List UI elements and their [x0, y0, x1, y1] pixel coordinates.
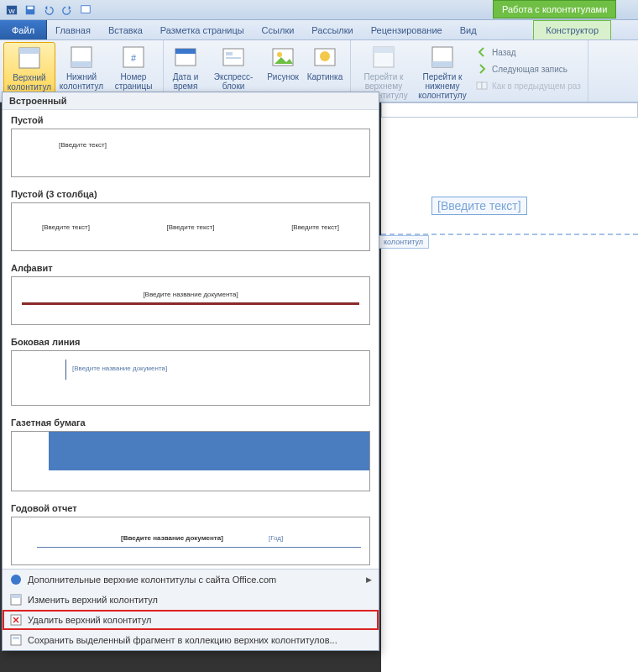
svg-rect-30 [11, 635, 21, 645]
tab-designer[interactable]: Конструктор [533, 20, 611, 39]
submenu-arrow-icon: ▶ [366, 575, 372, 584]
svg-rect-23 [432, 61, 452, 67]
svg-point-19 [320, 51, 330, 61]
preview-divider-line [22, 302, 359, 305]
nav-next-button[interactable]: Следующая запись [475, 60, 581, 77]
gallery-item-preview-annual[interactable]: [Введите название документа] [Год] [11, 517, 370, 565]
svg-point-26 [11, 575, 21, 585]
header-label: Верхний колонтитул [4, 73, 55, 92]
header-button[interactable]: Верхний колонтитул [3, 42, 55, 94]
document-canvas[interactable]: [Введите текст] колонтитул [381, 118, 638, 672]
svg-text:#: # [131, 53, 137, 63]
footer-icon [68, 44, 95, 71]
gallery-item-label: Газетная бумага [3, 412, 379, 431]
svg-rect-24 [477, 82, 482, 89]
quickparts-label: Экспресс-блоки [204, 72, 263, 91]
goto-footer-button[interactable]: Перейти к нижнему колонтитулу [413, 42, 472, 102]
gallery-save-selection[interactable]: Сохранить выделенный фрагмент в коллекци… [3, 630, 379, 650]
nav-next-label: Следующая запись [492, 65, 567, 74]
gallery-item-preview-alphabet[interactable]: [Введите название документа] [11, 276, 370, 325]
preview-side-bar [65, 360, 66, 380]
preview-placeholder: [Введите текст] [167, 223, 215, 231]
gallery-footer-menu: Дополнительные верхние колонтитулы с сай… [3, 569, 379, 650]
horizontal-ruler[interactable] [381, 102, 638, 118]
preview-placeholder: [Введите название документа] [143, 291, 238, 298]
ribbon-nav-links: Назад Следующая запись Как в предыдущем … [472, 42, 584, 102]
nav-back-button[interactable]: Назад [475, 44, 581, 60]
gallery-item-preview-blank[interactable]: [Введите текст] [11, 129, 370, 177]
save-selection-icon [9, 633, 23, 647]
tab-pagelayout[interactable]: Разметка страницы [152, 20, 254, 39]
svg-rect-4 [81, 5, 91, 13]
tab-review[interactable]: Рецензирование [363, 20, 452, 39]
quickparts-icon [220, 44, 247, 71]
gallery-item-label: Пустой [3, 110, 379, 129]
picture-icon [269, 44, 296, 71]
quickparts-button[interactable]: Экспресс-блоки [204, 42, 263, 92]
link-previous-icon [475, 79, 489, 92]
datetime-button[interactable]: Дата и время [167, 42, 204, 92]
picture-label: Рисунок [267, 72, 299, 81]
tab-home[interactable]: Главная [47, 20, 100, 39]
edit-header-icon [9, 593, 23, 606]
gallery-scrollpane[interactable]: Пустой [Введите текст] Пустой (3 столбца… [3, 110, 379, 569]
gallery-item-preview-newspaper[interactable] [11, 431, 370, 491]
tab-references[interactable]: Ссылки [254, 20, 304, 39]
qat-more-icon[interactable] [77, 2, 94, 18]
save-icon[interactable] [22, 2, 39, 18]
remove-header-icon [9, 613, 23, 627]
svg-rect-6 [19, 48, 39, 54]
svg-text:W: W [8, 7, 15, 14]
gallery-edit-header[interactable]: Изменить верхний колонтитул [3, 590, 379, 610]
gallery-item-label: Пустой (3 столбца) [3, 184, 379, 202]
redo-icon[interactable] [59, 2, 76, 18]
word-app-icon[interactable]: W [3, 2, 20, 18]
nav-back-label: Назад [492, 48, 516, 57]
gallery-item-label: Годовой отчет [3, 498, 379, 517]
tab-insert[interactable]: Вставка [100, 20, 152, 39]
gallery-menu-label: Удалить верхний колонтитул [28, 615, 151, 625]
preview-underline [37, 547, 361, 548]
svg-point-17 [277, 52, 282, 57]
clipart-button[interactable]: Картинка [303, 42, 347, 92]
ribbon-group-navigation: Перейти к верхнему колонтитулу Перейти к… [351, 40, 588, 102]
pagenumber-icon: # [120, 44, 147, 71]
goto-footer-icon [429, 44, 456, 71]
picture-button[interactable]: Рисунок [263, 42, 303, 92]
office-online-icon [9, 573, 23, 586]
link-previous-button: Как в предыдущем раз [475, 77, 581, 94]
clipart-label: Картинка [307, 72, 343, 81]
datetime-icon [172, 44, 199, 71]
undo-icon[interactable] [40, 2, 57, 18]
tab-view[interactable]: Вид [452, 20, 486, 39]
footer-button[interactable]: Нижний колонтитул [55, 42, 107, 94]
preview-extra: [Год] [269, 534, 283, 542]
svg-rect-3 [28, 6, 34, 9]
svg-rect-25 [482, 82, 487, 89]
tab-file[interactable]: Файл [0, 20, 47, 39]
gallery-menu-label: Сохранить выделенный фрагмент в коллекци… [28, 635, 337, 645]
gallery-section-header: Встроенный [3, 92, 379, 110]
nav-back-icon [475, 45, 489, 59]
gallery-more-online[interactable]: Дополнительные верхние колонтитулы с сай… [3, 570, 379, 590]
gallery-item-label: Алфавит [3, 258, 379, 276]
header-gallery-dropdown: Встроенный Пустой [Введите текст] Пустой… [2, 92, 379, 651]
svg-rect-28 [11, 595, 21, 598]
header-icon [16, 45, 43, 71]
header-placeholder-field[interactable]: [Введите текст] [431, 197, 527, 215]
footer-label: Нижний колонтитул [55, 72, 107, 91]
nav-next-icon [475, 62, 489, 76]
svg-rect-14 [226, 52, 233, 55]
link-previous-label: Как в предыдущем раз [492, 81, 581, 91]
svg-rect-8 [71, 61, 92, 67]
pagenumber-button[interactable]: # Номер страницы [107, 42, 160, 94]
pagenumber-label: Номер страницы [107, 72, 160, 91]
gallery-item-preview-sideline[interactable]: [Введите название документа] [11, 350, 370, 406]
goto-footer-label: Перейти к нижнему колонтитулу [413, 72, 472, 100]
title-bar: W Работа с колонтитулами [0, 0, 638, 20]
clipart-icon [311, 44, 338, 71]
gallery-item-preview-blank3col[interactable]: [Введите текст] [Введите текст] [Введите… [11, 202, 370, 251]
svg-rect-15 [226, 57, 241, 59]
gallery-remove-header[interactable]: Удалить верхний колонтитул [3, 610, 379, 630]
tab-mailings[interactable]: Рассылки [303, 20, 362, 39]
